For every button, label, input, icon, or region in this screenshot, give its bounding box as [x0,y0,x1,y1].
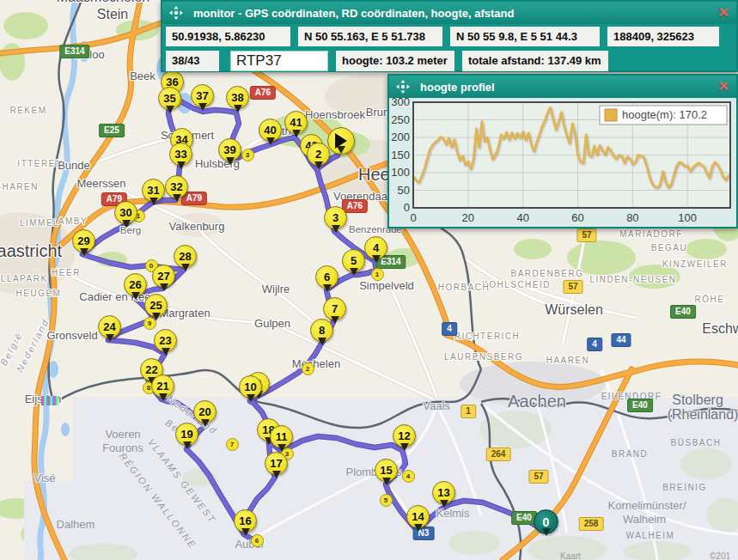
chart-tick-label: 80 [626,211,638,224]
elevation-chart: 050100150200250300020406080100hoogte(m):… [389,98,736,227]
road-shield-44: 44 [611,333,631,347]
waypoint-pin-15[interactable]: 15 [375,459,398,482]
chart-tick-label: 0 [404,201,410,214]
road-shield-1: 1 [460,405,476,418]
waypoint-pin-5[interactable]: 5 [342,249,365,272]
waypoint-pin-24[interactable]: 24 [98,315,121,338]
chart-tick-label: 60 [571,211,583,224]
waypoint-pin-27[interactable]: 27 [152,265,175,288]
route-mini-marker-5: 5 [380,494,393,507]
route-mini-marker-6: 6 [251,534,264,547]
waypoint-pin-41[interactable]: 41 [284,111,308,134]
waypoint-pin-16[interactable]: 16 [234,509,257,533]
waypoint-pin-21[interactable]: 21 [151,374,174,398]
waypoint-pin-38[interactable]: 38 [226,86,249,109]
gps-monitor-app: MaasmechelenSteinElslooBeekREKEMITTERENB… [0,0,738,560]
waypoint-pin-11[interactable]: 11 [270,425,293,448]
gps-degmin-field: N 50 55.163, E 5 51.738 [298,27,442,46]
close-icon[interactable]: ✕ [718,6,729,20]
start-pin-0[interactable]: 0 [534,509,558,534]
route-mini-marker-3: 3 [241,149,254,161]
road-shield-a76: A76 [342,199,368,213]
route-mini-marker-7: 7 [226,438,239,451]
route-mini-marker-1: 1 [371,268,384,281]
legend-label: hoogte(m): 170.2 [622,108,707,121]
monitor-window: monitor - GPS coördinaten, RD coördinate… [161,0,738,72]
waypoint-pin-32[interactable]: 32 [165,175,188,198]
road-shield-e314: E314 [59,45,89,58]
road-shield-258: 258 [579,517,604,531]
waypoint-pin-8[interactable]: 8 [310,319,333,342]
map-attribution: Kaart [560,551,581,560]
waypoint-pin-19[interactable]: 19 [175,423,198,446]
road-shield-57: 57 [576,228,596,242]
waypoint-pin-23[interactable]: 23 [154,329,177,352]
gps-dms-field: N 50 55 9.8, E 5 51 44.3 [450,27,600,46]
monitor-titlebar[interactable]: monitor - GPS coördinaten, RD coördinate… [162,2,736,24]
waypoint-index-field: 38/43 [166,51,219,71]
map-copyright: ©201 [710,551,730,560]
chart-legend: hoogte(m): 170.2 [600,106,727,125]
road-shield-e40: E40 [627,399,653,412]
route-mini-marker-4: 4 [402,470,415,483]
chart-tick-label: 100 [391,166,410,179]
chart-tick-label: 40 [516,211,528,224]
waypoint-pin-26[interactable]: 26 [124,273,147,296]
waypoint-pin-25[interactable]: 25 [144,294,168,317]
total-distance-field: totale afstand: 137.49 km [462,51,608,71]
waypoint-pin-30[interactable]: 30 [114,201,137,224]
waypoint-pin-6[interactable]: 6 [315,265,339,289]
waypoint-pin-39[interactable]: 39 [218,138,241,161]
waypoint-pin-20[interactable]: 20 [193,400,217,423]
waypoint-name-input[interactable] [230,51,328,71]
rd-coords-field: 188409, 325623 [607,27,719,46]
waypoint-pin-17[interactable]: 17 [265,452,288,475]
chart-tick-label: 150 [391,149,410,161]
height-profile-window: hoogte profiel ✕ 05010015020025030002040… [387,74,738,228]
height-field: hoogte: 103.2 meter [336,51,454,71]
monitor-title: monitor - GPS coördinaten, RD coördinate… [193,7,514,20]
waypoint-pin-12[interactable]: 12 [393,424,416,447]
monitor-row-coords: 50.91938, 5.86230 N 50 55.163, E 5 51.73… [162,24,736,48]
chart-tick-label: 200 [391,131,410,143]
waypoint-pin-2[interactable]: 2 [307,143,330,166]
road-shield-4: 4 [587,338,602,351]
waypoint-pin-3[interactable]: 3 [324,206,347,229]
gps-decimal-field: 50.91938, 5.86230 [166,27,290,46]
move-icon [396,80,410,94]
chart-tick-label: 20 [462,211,474,224]
waypoint-pin-40[interactable]: 40 [259,119,282,142]
road-shield-a76: A76 [250,86,276,100]
waypoint-pin-28[interactable]: 28 [174,245,197,268]
road-shield-264: 264 [486,447,511,461]
waypoint-pin-7[interactable]: 7 [323,297,346,320]
profile-title: hoogte profiel [420,81,495,94]
chart-tick-label: 50 [398,184,410,197]
waypoint-pin-13[interactable]: 13 [432,481,455,504]
road-shield-e40: E40 [670,305,696,319]
current-position-pin[interactable] [327,127,355,155]
road-shield-4: 4 [442,322,457,336]
waypoint-pin-31[interactable]: 31 [142,179,165,202]
chart-tick-label: 300 [391,98,410,108]
waypoint-pin-29[interactable]: 29 [72,229,95,253]
waypoint-pin-14[interactable]: 14 [406,505,430,528]
tile-glitch-artifact [41,396,58,405]
chart-tick-label: 100 [678,211,697,224]
waypoint-pin-35[interactable]: 35 [158,87,181,110]
waypoint-pin-33[interactable]: 33 [169,143,192,166]
road-shield-57: 57 [563,280,582,294]
route-mini-marker-2: 2 [302,362,314,375]
move-icon [169,6,183,20]
waypoint-pin-4[interactable]: 4 [364,236,387,259]
waypoint-pin-37[interactable]: 37 [191,84,214,107]
road-shield-e25: E25 [99,124,125,137]
chart-tick-label: 0 [410,211,416,224]
profile-titlebar[interactable]: hoogte profiel ✕ [389,76,736,98]
road-shield-57: 57 [528,470,548,484]
waypoint-pin-10[interactable]: 10 [239,375,262,399]
chart-tick-label: 250 [391,113,410,126]
close-icon[interactable]: ✕ [718,80,729,94]
monitor-row-status: 38/43 hoogte: 103.2 meter totale afstand… [162,48,736,73]
